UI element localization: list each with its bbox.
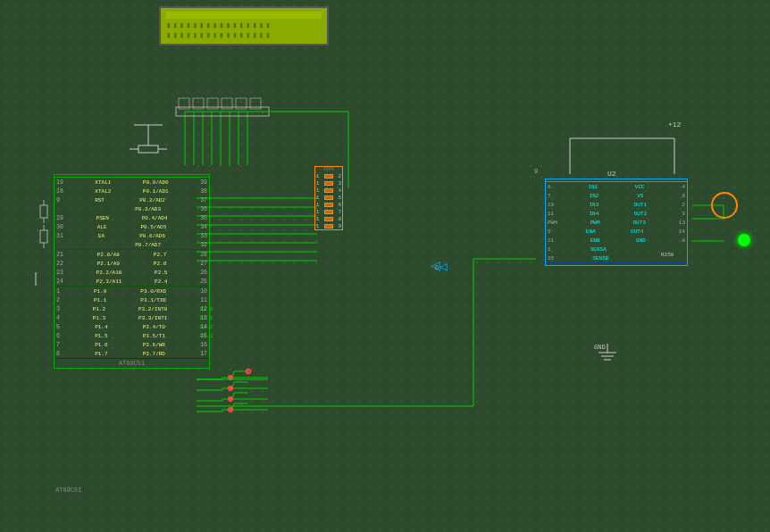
u1-pin-p20: 21 P2.0/A8 P2.7 28	[54, 250, 209, 259]
svg-rect-46	[40, 205, 47, 218]
u2-pin-in2: 7 IN2 VS 8	[546, 191, 687, 200]
u2-number-label: U2	[607, 170, 616, 178]
u1-block: 19 XTAL1 P0.0/AD0 39 18 XTAL2 P0.1/AD1 3…	[54, 174, 210, 369]
u1-pin-xtal1: 19 XTAL1 P0.0/AD0 39	[54, 178, 209, 187]
svg-rect-52	[138, 145, 158, 153]
u1-pin-p07: P0.7/AD7 32	[54, 240, 209, 249]
led-green	[738, 234, 750, 246]
lcd-screen: ▮▮▮▮▮▮▮▮▮▮▮▮▮▮▮▮ ▮▮▮▮▮▮▮▮▮▮▮▮▮▮▮▮	[159, 6, 329, 46]
r250-label: R250	[661, 252, 674, 258]
u1-pin-rst: 9 RST P0.2/AD2 37	[54, 195, 209, 204]
svg-point-33	[246, 369, 251, 374]
svg-rect-8	[179, 98, 189, 109]
u1-pin-p21: 22 P2.1/A9 P2.6 27	[54, 259, 209, 268]
u2-footer	[546, 262, 687, 265]
motor-symbol	[711, 192, 738, 219]
svg-line-39	[232, 393, 234, 399]
u1-pin-p23: 24 P2.3/A11 P2.4 25	[54, 277, 209, 286]
u1-pin-ea: 31 EA P0.6/AD6 33	[54, 231, 209, 240]
u2-pin-enb: 11 ENB GND 8	[546, 236, 687, 245]
lcd-component: ▮▮▮▮▮▮▮▮▮▮▮▮▮▮▮▮ ▮▮▮▮▮▮▮▮▮▮▮▮▮▮▮▮	[159, 4, 338, 46]
arrow-pointer: ◁	[439, 259, 447, 274]
svg-point-45	[228, 407, 233, 412]
u1-pin-ale: 30 ALE P0.5/AD5 34	[54, 222, 209, 231]
u1-pin-p03: P0.3/AD3 36	[54, 204, 209, 213]
u2-pin-ena: 5 ENA OUT4 14	[546, 227, 687, 236]
svg-rect-9	[193, 98, 204, 109]
svg-rect-49	[40, 230, 47, 243]
u1-pin-psen: 29 PSEN P0.4/AD4 35	[54, 213, 209, 222]
svg-point-32	[228, 375, 233, 380]
u1-pin-p37: 8 P1.7 P3.7/RD 17	[54, 349, 209, 358]
u1-pin-p35: 6 P1.5 P3.5/T1 15	[54, 331, 209, 340]
u2-pin-pwm: PWM PWM OUT3 13	[546, 218, 687, 227]
svg-rect-11	[222, 98, 232, 109]
u1-pin-p32: 3 P1.2 P3.2/INT0 12	[54, 304, 209, 313]
svg-rect-14	[176, 107, 269, 116]
svg-rect-12	[236, 98, 247, 109]
rp1-block: SIP9 1 2 1 3 1 4 1 5 1 6 1 7 1 8 1 9	[314, 166, 343, 230]
ext-d-label: D	[435, 264, 439, 271]
u2-pin9-label: 9	[534, 168, 538, 175]
gnd-label: GND	[594, 344, 606, 351]
u2-pin-in4: 11 IN4 OUT2 3	[546, 209, 687, 218]
u1-pin-p36: 7 P1.6 P3.6/WR 16	[54, 340, 209, 349]
u1-pin-p30: 1 P1.0 P3.0/RXD 10	[54, 287, 209, 295]
u1-pin-p22: 23 P2.2/A10 P2.5 26	[54, 268, 209, 277]
svg-point-37	[228, 386, 233, 391]
svg-rect-10	[207, 98, 218, 109]
lcd-line2	[166, 15, 322, 19]
u1-pin-p31: 2 P1.1 P3.1/TXD 11	[54, 295, 209, 304]
svg-point-41	[228, 396, 233, 402]
u1-pin-p33: 4 P1.3 P3.3/INT1 13	[54, 313, 209, 322]
u1-bottom-label: AT89C51	[55, 486, 81, 494]
vcc2-label: +12	[668, 121, 681, 129]
u2-pin-in1: 6 IN1 VCC 4	[546, 182, 687, 191]
svg-rect-13	[250, 98, 261, 109]
u1-footer: AT89C51	[54, 358, 209, 368]
u2-pin-in3: 10 IN3 OUT1 2	[546, 200, 687, 209]
svg-line-30	[232, 371, 234, 378]
u1-pin-xtal2: 18 XTAL2 P0.1/AD1 38	[54, 187, 209, 195]
svg-line-43	[232, 403, 234, 410]
svg-line-35	[232, 382, 234, 388]
u1-pin-p34: 5 P1.4 P3.4/T0 14	[54, 322, 209, 331]
